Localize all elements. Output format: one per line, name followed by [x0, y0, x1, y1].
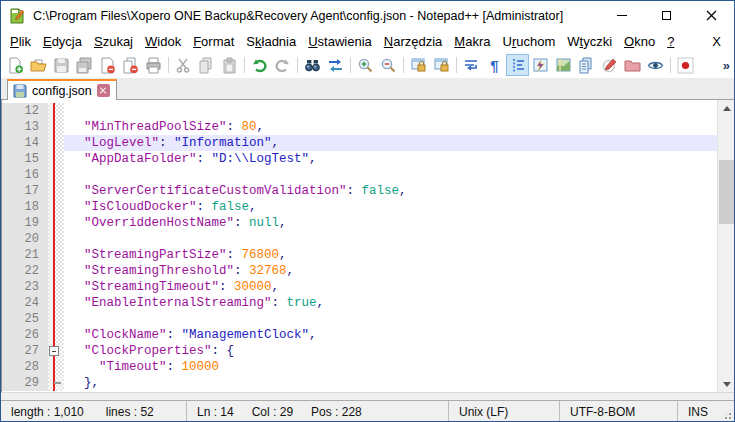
new-file-icon[interactable]: [4, 54, 27, 76]
menu-close-document-button[interactable]: X: [702, 32, 731, 51]
tab-config-json[interactable]: config.json: [7, 79, 117, 100]
status-document-stats[interactable]: length : 1,010 lines : 52: [1, 401, 186, 422]
code-line[interactable]: "MinThreadPoolSize": 80,: [64, 119, 734, 135]
menu-item[interactable]: Narzędzia: [378, 32, 449, 51]
menu-item[interactable]: Okno: [618, 32, 661, 51]
fold-collapse-icon[interactable]: [49, 346, 59, 356]
fold-marker[interactable]: [48, 103, 64, 119]
code-line[interactable]: "StreamingTimeout": 30000,: [64, 279, 734, 295]
scroll-up-button[interactable]: [718, 100, 734, 116]
fold-marker[interactable]: [48, 247, 64, 263]
status-eol-format[interactable]: Unix (LF): [448, 401, 559, 422]
gutter-margin[interactable]: [48, 359, 64, 375]
code-line[interactable]: [64, 167, 734, 183]
tab-close-icon[interactable]: [97, 84, 110, 97]
save-icon[interactable]: [50, 54, 73, 76]
code-line[interactable]: "ClockName": "ManagementClock",: [64, 327, 734, 343]
code-line[interactable]: [64, 311, 734, 327]
word-wrap-icon[interactable]: [460, 54, 483, 76]
close-button[interactable]: [689, 1, 734, 30]
gutter-margin[interactable]: [48, 343, 64, 359]
gutter-margin[interactable]: [48, 279, 64, 295]
code-line[interactable]: "Timeout": 10000: [64, 359, 734, 375]
line-number[interactable]: 13: [2, 119, 48, 135]
menu-item[interactable]: Widok: [139, 32, 187, 51]
menu-item[interactable]: Szukaj: [88, 32, 139, 51]
gutter-margin[interactable]: [48, 375, 64, 391]
menu-item[interactable]: ?: [661, 32, 680, 51]
toolbar-overflow-chevron[interactable]: »: [723, 58, 730, 73]
close-all-icon[interactable]: [119, 54, 142, 76]
status-cursor-position[interactable]: Ln : 14 Col : 29 Pos : 228: [186, 401, 448, 422]
line-number[interactable]: 24: [2, 295, 48, 311]
scrollbar-thumb[interactable]: [719, 160, 734, 224]
line-number[interactable]: 21: [2, 247, 48, 263]
gutter-margin[interactable]: [48, 103, 64, 119]
fold-marker[interactable]: [48, 231, 64, 247]
zoom-out-icon[interactable]: [377, 54, 400, 76]
gutter-margin[interactable]: [48, 135, 64, 151]
menu-item[interactable]: Ustawienia: [302, 32, 378, 51]
line-number[interactable]: 18: [2, 199, 48, 215]
line-number[interactable]: 28: [2, 359, 48, 375]
line-number[interactable]: 16: [2, 167, 48, 183]
gutter-margin[interactable]: [48, 231, 64, 247]
fold-marker[interactable]: [48, 295, 64, 311]
paste-icon[interactable]: [218, 54, 241, 76]
function-list-icon[interactable]: [529, 54, 552, 76]
macro-record-icon[interactable]: [674, 54, 697, 76]
fold-marker[interactable]: [48, 343, 64, 359]
gutter-margin[interactable]: [48, 263, 64, 279]
code-line[interactable]: },: [64, 375, 734, 391]
fold-marker[interactable]: [48, 263, 64, 279]
gutter-margin[interactable]: [48, 183, 64, 199]
close-file-icon[interactable]: [96, 54, 119, 76]
menu-item[interactable]: Składnia: [240, 32, 302, 51]
code-line[interactable]: "StreamingPartSize": 76800,: [64, 247, 734, 263]
document-map-icon[interactable]: [552, 54, 575, 76]
code-line[interactable]: [64, 231, 734, 247]
undo-icon[interactable]: [248, 54, 271, 76]
line-number[interactable]: 20: [2, 231, 48, 247]
cut-icon[interactable]: [172, 54, 195, 76]
line-number[interactable]: 19: [2, 215, 48, 231]
title-bar[interactable]: C:\Program Files\Xopero ONE Backup&Recov…: [1, 1, 734, 30]
status-encoding[interactable]: UTF-8-BOM: [559, 401, 677, 422]
print-icon[interactable]: [142, 54, 165, 76]
line-number[interactable]: 26: [2, 327, 48, 343]
code-line[interactable]: "OverriddenHostName": null,: [64, 215, 734, 231]
find-icon[interactable]: [301, 54, 324, 76]
edit-pencil-icon[interactable]: [598, 54, 621, 76]
fold-marker[interactable]: [48, 183, 64, 199]
line-number[interactable]: 12: [2, 103, 48, 119]
replace-icon[interactable]: [324, 54, 347, 76]
vertical-scrollbar[interactable]: [717, 100, 734, 392]
monitoring-eye-icon[interactable]: [644, 54, 667, 76]
fold-marker[interactable]: [48, 167, 64, 183]
fold-marker[interactable]: [48, 279, 64, 295]
gutter-margin[interactable]: [48, 215, 64, 231]
maximize-button[interactable]: [644, 1, 689, 30]
menu-item[interactable]: Format: [187, 32, 240, 51]
menu-item[interactable]: Edycja: [37, 32, 88, 51]
code-line[interactable]: "ClockProperties": {: [64, 343, 734, 359]
code-line[interactable]: "EnableInternalStreaming": true,: [64, 295, 734, 311]
line-number[interactable]: 25: [2, 311, 48, 327]
code-line[interactable]: "LogLevel": "Information",: [64, 135, 734, 151]
sync-vertical-icon[interactable]: [407, 54, 430, 76]
code-line[interactable]: "ServerCertificateCustomValidation": fal…: [64, 183, 734, 199]
indent-guide-icon[interactable]: [506, 54, 529, 76]
zoom-in-icon[interactable]: [354, 54, 377, 76]
line-number[interactable]: 15: [2, 151, 48, 167]
fold-marker[interactable]: [48, 359, 64, 375]
line-number[interactable]: 17: [2, 183, 48, 199]
document-list-icon[interactable]: [575, 54, 598, 76]
code-line[interactable]: "AppDataFolder": "D:\\LogTest",: [64, 151, 734, 167]
minimize-button[interactable]: [599, 1, 644, 30]
line-number[interactable]: 22: [2, 263, 48, 279]
save-all-icon[interactable]: [73, 54, 96, 76]
gutter-margin[interactable]: [48, 327, 64, 343]
line-number[interactable]: 23: [2, 279, 48, 295]
gutter-margin[interactable]: [48, 199, 64, 215]
show-all-characters-icon[interactable]: ¶: [483, 54, 506, 76]
